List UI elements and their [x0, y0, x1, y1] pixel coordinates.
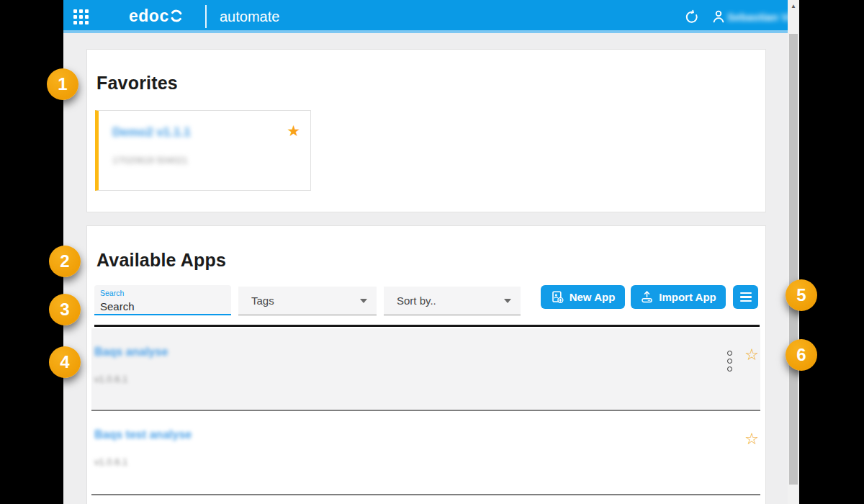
- new-app-button-label: New App: [570, 291, 616, 303]
- row-favorite-star-icon[interactable]: ☆: [744, 430, 759, 449]
- favorites-panel: Favorites Demo2 v1.1.1 ★ 17020619 504021: [86, 49, 766, 212]
- callout-badge-6: 6: [786, 339, 817, 371]
- annotated-screenshot: edoc automate Seba: [0, 0, 864, 504]
- favorite-app-card[interactable]: Demo2 v1.1.1 ★ 17020619 504021: [95, 110, 311, 191]
- search-field[interactable]: Search: [94, 285, 231, 315]
- search-input[interactable]: [100, 299, 222, 313]
- chevron-down-icon: [360, 299, 367, 303]
- favorite-star-icon[interactable]: ★: [287, 122, 300, 140]
- app-window: edoc automate Seba: [63, 0, 799, 504]
- search-field-label: Search: [100, 289, 124, 297]
- upload-icon: [640, 290, 654, 304]
- header-divider: [205, 5, 207, 28]
- hamburger-icon: [740, 292, 752, 302]
- sort-by-dropdown[interactable]: Sort by..: [384, 287, 521, 315]
- scrollbar-up-arrow[interactable]: ▲: [788, 1, 799, 12]
- row-kebab-menu-icon[interactable]: [727, 351, 732, 374]
- callout-badge-5: 5: [786, 279, 817, 311]
- callout-badge-3: 3: [49, 294, 81, 325]
- import-app-button[interactable]: Import App: [631, 285, 726, 309]
- callout-badge-1: 1: [47, 68, 78, 100]
- import-app-button-label: Import App: [659, 291, 716, 303]
- app-row[interactable]: [91, 495, 760, 504]
- app-row[interactable]: Baqs test analyse v1.0.6.1 ☆: [91, 411, 760, 494]
- favorite-app-name[interactable]: Demo2 v1.1.1: [112, 125, 191, 140]
- app-launcher-grid-icon[interactable]: [73, 9, 89, 24]
- app-version-label: v1.0.6.1: [94, 456, 127, 467]
- callout-badge-4: 4: [49, 346, 81, 378]
- app-name-link[interactable]: Baqs analyse: [94, 346, 168, 359]
- vertical-scrollbar[interactable]: ▲: [788, 0, 799, 504]
- favorites-heading: Favorites: [96, 73, 178, 94]
- chevron-down-icon: [504, 299, 511, 303]
- user-profile-icon[interactable]: [711, 9, 726, 24]
- top-app-bar: edoc automate Seba: [63, 0, 788, 33]
- app-name-link[interactable]: Baqs test analyse: [94, 428, 192, 441]
- available-apps-heading: Available Apps: [96, 250, 226, 271]
- new-app-icon: [551, 290, 564, 304]
- tags-dropdown[interactable]: Tags: [238, 287, 377, 315]
- scrollbar-thumb[interactable]: [789, 34, 798, 485]
- app-version-label: v1.0.6.1: [94, 374, 127, 384]
- tags-dropdown-label: Tags: [251, 294, 274, 307]
- available-apps-panel: Available Apps Search Tags Sort by..: [86, 225, 766, 504]
- app-row[interactable]: Baqs analyse v1.0.6.1 ☆: [91, 328, 760, 410]
- favorite-app-subtitle: 17020619 504021: [112, 155, 188, 166]
- app-list: Baqs analyse v1.0.6.1 ☆ Baqs test analys…: [91, 328, 760, 504]
- product-logo: edoc: [129, 6, 169, 26]
- new-app-button[interactable]: New App: [541, 285, 625, 309]
- refresh-icon[interactable]: [684, 9, 699, 24]
- sort-by-dropdown-label: Sort by..: [397, 294, 436, 307]
- app-title: automate: [220, 9, 279, 25]
- row-favorite-star-icon[interactable]: ☆: [744, 346, 759, 364]
- logo-loop-icon: [168, 8, 184, 24]
- list-options-button[interactable]: [733, 285, 758, 309]
- list-top-border: [94, 325, 760, 327]
- callout-badge-2: 2: [49, 246, 81, 277]
